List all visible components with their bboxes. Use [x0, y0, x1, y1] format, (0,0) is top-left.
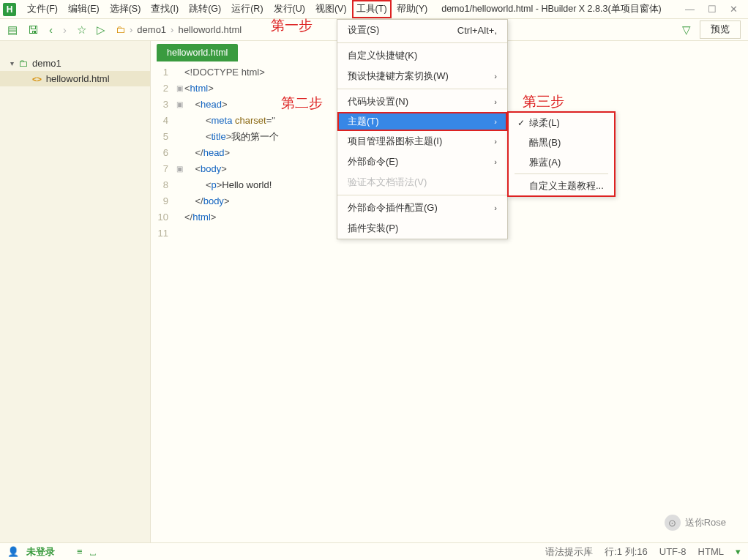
watermark: ⊙ 送你Rose [665, 515, 726, 531]
list-icon[interactable]: ≡ [77, 546, 83, 557]
login-status[interactable]: 未登录 [26, 545, 55, 559]
wechat-icon: ⊙ [665, 515, 681, 531]
menu-edit[interactable]: 编辑(E) [63, 0, 105, 18]
annotation-step3: 第三步 [523, 92, 564, 111]
cursor-position: 行:1 列:16 [605, 545, 648, 559]
sidebar-project-root[interactable]: ▾ 🗀 demo1 [0, 56, 150, 71]
window-title: demo1/helloworld.html - HBuilder X 2.8.3… [441, 3, 662, 15]
dd-custom-shortcuts[interactable]: 自定义快捷键(K) [337, 45, 507, 66]
menu-help[interactable]: 帮助(Y) [392, 0, 433, 18]
folder-icon: 🗀 [18, 58, 28, 69]
minimize-icon[interactable]: — [685, 4, 695, 15]
language-mode[interactable]: HTML [698, 546, 724, 557]
statusbar: 👤 未登录 ≡ ⎵ 语法提示库 行:1 列:16 UTF-8 HTML ▾ [0, 542, 748, 560]
menu-run[interactable]: 运行(R) [226, 0, 268, 18]
dd-plugin-config[interactable]: 外部命令插件配置(G)› [337, 198, 507, 218]
theme-custom-tutorial[interactable]: 自定义主题教程... [509, 176, 614, 195]
save-icon[interactable]: 🖫 [28, 23, 39, 36]
terminal-icon[interactable]: ⎵ [90, 546, 96, 557]
project-sidebar: ▾ 🗀 demo1 <> helloworld.html [0, 41, 151, 542]
preview-button[interactable]: 预览 [700, 20, 741, 39]
user-icon[interactable]: 👤 [7, 546, 19, 557]
breadcrumb-folder[interactable]: demo1 [137, 24, 166, 35]
app-logo: H [3, 3, 16, 16]
theme-dark[interactable]: 酷黑(B) [509, 132, 614, 152]
dd-theme[interactable]: 主题(T)› [337, 112, 507, 131]
html-file-icon: <> [32, 75, 42, 83]
menu-find[interactable]: 查找(I) [146, 0, 184, 18]
chevron-down-icon: ▾ [10, 59, 14, 67]
project-name: demo1 [32, 58, 61, 69]
close-icon[interactable]: ✕ [730, 4, 738, 15]
encoding[interactable]: UTF-8 [659, 546, 687, 557]
breadcrumb-file[interactable]: helloworld.html [178, 24, 242, 35]
theme-green[interactable]: ✓绿柔(L) [509, 113, 614, 132]
menu-tools[interactable]: 工具(T) [352, 0, 392, 18]
theme-blue[interactable]: 雅蓝(A) [509, 152, 614, 172]
menu-select[interactable]: 选择(S) [105, 0, 146, 18]
menu-goto[interactable]: 跳转(G) [184, 0, 226, 18]
file-name: helloworld.html [46, 73, 110, 84]
tools-dropdown: 设置(S)Ctrl+Alt+, 自定义快捷键(K) 预设快捷键方案切换(W)› … [337, 19, 508, 239]
filter-icon[interactable]: ▽ [682, 23, 691, 37]
forward-icon[interactable]: › [63, 23, 67, 36]
annotation-step1: 第一步 [271, 16, 313, 35]
star-icon[interactable]: ☆ [77, 23, 86, 37]
breadcrumb: 🗀 › demo1 › helloworld.html [116, 24, 242, 35]
menu-view[interactable]: 视图(V) [310, 0, 352, 18]
new-file-icon[interactable]: ▤ [7, 23, 18, 37]
dd-codeblock[interactable]: 代码块设置(N)› [337, 92, 507, 112]
run-icon[interactable]: ▷ [97, 23, 105, 37]
chevron-down-icon[interactable]: ▾ [736, 546, 741, 557]
dd-icon-theme[interactable]: 项目管理器图标主题(I)› [337, 131, 507, 152]
dd-plugin-install[interactable]: 插件安装(P) [337, 218, 507, 239]
maximize-icon[interactable]: ☐ [708, 4, 717, 15]
back-icon[interactable]: ‹ [49, 23, 53, 36]
sidebar-file-item[interactable]: <> helloworld.html [0, 71, 150, 86]
fold-gutter: ▣▣▣ [174, 64, 184, 542]
folder-icon: 🗀 [116, 24, 125, 35]
dd-external-cmd[interactable]: 外部命令(E)› [337, 152, 507, 172]
editor-tab[interactable]: helloworld.html [157, 44, 238, 61]
check-icon: ✓ [517, 118, 529, 128]
theme-submenu: ✓绿柔(L) 酷黑(B) 雅蓝(A) 自定义主题教程... [507, 111, 616, 197]
menu-file[interactable]: 文件(F) [22, 0, 63, 18]
dd-preset-shortcuts[interactable]: 预设快捷键方案切换(W)› [337, 66, 507, 86]
syntax-hint[interactable]: 语法提示库 [545, 545, 593, 559]
dd-settings[interactable]: 设置(S)Ctrl+Alt+, [337, 20, 507, 40]
annotation-step2: 第二步 [281, 94, 323, 113]
dd-validate: 验证本文档语法(V) [337, 172, 507, 193]
line-gutter: 1234567891011 [151, 64, 174, 542]
menubar: H 文件(F) 编辑(E) 选择(S) 查找(I) 跳转(G) 运行(R) 发行… [0, 0, 748, 19]
